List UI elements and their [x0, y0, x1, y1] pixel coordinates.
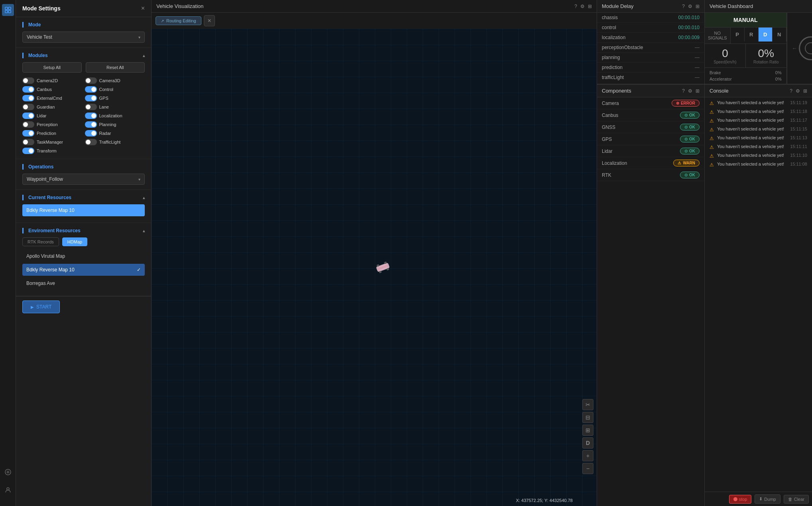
svg-rect-3 [8, 10, 11, 13]
routing-editing-button[interactable]: ↗ Routing Editing [156, 16, 201, 25]
dump-icon: ⬇ [759, 496, 763, 502]
viz-toolbar-extra-button[interactable]: ✕ [204, 15, 215, 26]
steer-left-icon[interactable]: ← [792, 45, 797, 51]
module-localization: Localization [85, 113, 145, 119]
ok-icon: ⊙ [684, 173, 688, 177]
gear-n-button[interactable]: N [773, 28, 786, 42]
module-lane-toggle[interactable] [85, 104, 97, 110]
module-guardian-toggle[interactable] [22, 104, 34, 110]
icon-bar-user[interactable] [2, 484, 14, 496]
module-lidar: Lidar [22, 113, 83, 119]
env-item-apollo-virtual[interactable]: Apollo Virutal Map [22, 250, 145, 262]
icon-bar-modules[interactable] [2, 4, 14, 16]
module-transform-toggle[interactable] [22, 148, 34, 154]
module-externalcmd-toggle[interactable] [22, 95, 34, 101]
environment-resources-chevron-up-icon[interactable]: ▴ [143, 229, 145, 233]
map-control-d[interactable]: D [582, 437, 593, 449]
module-prediction-toggle[interactable] [22, 130, 34, 136]
delay-row-prediction: prediction — [597, 63, 704, 73]
comp-row-gnss: GNSS ⊙ OK [597, 121, 704, 133]
module-localization-toggle[interactable] [85, 113, 97, 119]
module-planning-toggle[interactable] [85, 121, 97, 128]
viz-header-icons: ? ⚙ ⊞ [574, 4, 592, 9]
map-control-copy[interactable]: ⊟ [582, 412, 593, 423]
ok-icon: ⊙ [684, 113, 688, 117]
svg-rect-1 [8, 7, 11, 10]
gear-d-button[interactable]: D [759, 28, 773, 42]
console-expand-icon[interactable]: ⊞ [803, 88, 807, 94]
ok-icon: ⊙ [684, 149, 688, 153]
module-camera3d-toggle[interactable] [85, 77, 97, 84]
speed-row: 0 Speed(km/h) 0% Rotation Ratio [705, 44, 786, 67]
console-question-icon[interactable]: ? [790, 88, 792, 94]
operations-dropdown[interactable]: Waypoint_Follow ▾ [22, 174, 145, 185]
console-gear-icon[interactable]: ⚙ [796, 88, 800, 94]
viz-expand-icon[interactable]: ⊞ [588, 4, 592, 9]
dump-button[interactable]: ⬇ Dump [755, 494, 780, 504]
console-msg-1: ⚠ You haven't selected a vehicle yet! 15… [705, 99, 812, 108]
mode-section-title: Mode [22, 22, 145, 28]
module-control-toggle[interactable] [85, 86, 97, 93]
comp-row-canbus: Canbus ⊙ OK [597, 109, 704, 121]
clear-button[interactable]: 🗑 Clear [784, 495, 809, 504]
brake-label: Brake [710, 70, 721, 75]
icon-bar-add[interactable] [2, 466, 14, 478]
console-bottom-bar: stop ⬇ Dump 🗑 Clear [705, 492, 812, 506]
current-resource-item[interactable]: Bdkly Reverse Map 10 ✓ [22, 204, 145, 216]
env-item-borregas[interactable]: Borregas Ave [22, 277, 145, 289]
components-expand-icon[interactable]: ⊞ [696, 88, 700, 94]
gear-p-button[interactable]: P [731, 28, 745, 42]
start-button[interactable]: ▶ START [22, 300, 60, 313]
reset-all-button[interactable]: Reset All [86, 62, 145, 73]
svg-rect-0 [5, 7, 8, 10]
dashboard-content: MANUAL NO SIGNALS P R D N [705, 13, 812, 84]
modules-chevron-up-icon[interactable]: ▴ [143, 53, 145, 58]
setup-all-button[interactable]: Setup All [22, 62, 82, 73]
module-camera2d-toggle[interactable] [22, 77, 34, 84]
no-signals-label: NO SIGNALS [708, 31, 727, 40]
current-resources-title: Current Resources ▴ [22, 195, 145, 200]
map-control-zoom-out[interactable]: − [582, 463, 593, 474]
module-buttons-row: Setup All Reset All [22, 62, 145, 73]
env-item-bdkly[interactable]: Bdkly Reverse Map 10 ✓ [22, 264, 145, 276]
accelerator-value: 0% [775, 77, 782, 81]
map-control-layers[interactable]: ⊞ [582, 425, 593, 436]
module-radar-toggle[interactable] [85, 130, 97, 136]
close-button[interactable]: × [141, 5, 145, 12]
viz-canvas[interactable]: X: 437572.25; Y: 4432540.78 ✂ ⊟ ⊞ D + − [152, 29, 597, 506]
module-gps-toggle[interactable] [85, 95, 97, 101]
comp-row-camera: Camera ⊗ ERROR [597, 97, 704, 109]
hdmap-tab[interactable]: HDMap [62, 237, 87, 246]
module-delay-gear-icon[interactable]: ⚙ [688, 4, 692, 9]
components-question-icon[interactable]: ? [682, 88, 685, 94]
viz-question-icon[interactable]: ? [574, 4, 577, 9]
current-resources-chevron-up-icon[interactable]: ▴ [143, 196, 145, 200]
module-canbus-toggle[interactable] [22, 86, 34, 93]
environment-resources-title: Enviroment Resources ▴ [22, 228, 145, 233]
delay-row-perception: perceptionObstacle — [597, 43, 704, 53]
rtk-records-tab[interactable]: RTK Records [22, 237, 59, 246]
viz-gear-icon[interactable]: ⚙ [580, 4, 585, 9]
module-lidar-toggle[interactable] [22, 113, 34, 119]
module-taskmanager-toggle[interactable] [22, 139, 34, 145]
speed-box: 0 Speed(km/h) [705, 44, 746, 67]
mode-dropdown[interactable]: Vehicle Test ▾ [22, 32, 145, 43]
map-control-zoom-in[interactable]: + [582, 450, 593, 461]
map-control-scissors[interactable]: ✂ [582, 399, 593, 410]
stop-button[interactable]: stop [729, 495, 752, 504]
module-trafficlight-toggle[interactable] [85, 139, 97, 145]
brake-value: 0% [775, 70, 782, 75]
warn-icon: ⚠ [710, 136, 714, 141]
gear-r-button[interactable]: R [745, 28, 759, 42]
warn-icon: ⚠ [710, 153, 714, 159]
module-camera2d: Camera2D [22, 77, 83, 84]
steering-inner [805, 42, 812, 54]
dashboard-left: MANUAL NO SIGNALS P R D N [705, 13, 787, 84]
module-perception-toggle[interactable] [22, 121, 34, 128]
play-icon: ▶ [31, 305, 34, 309]
module-delay-question-icon[interactable]: ? [682, 4, 685, 9]
svg-point-7 [7, 488, 9, 490]
module-delay-expand-icon[interactable]: ⊞ [696, 4, 700, 9]
components-gear-icon[interactable]: ⚙ [688, 88, 692, 94]
comp-row-lidar: Lidar ⊙ OK [597, 145, 704, 157]
